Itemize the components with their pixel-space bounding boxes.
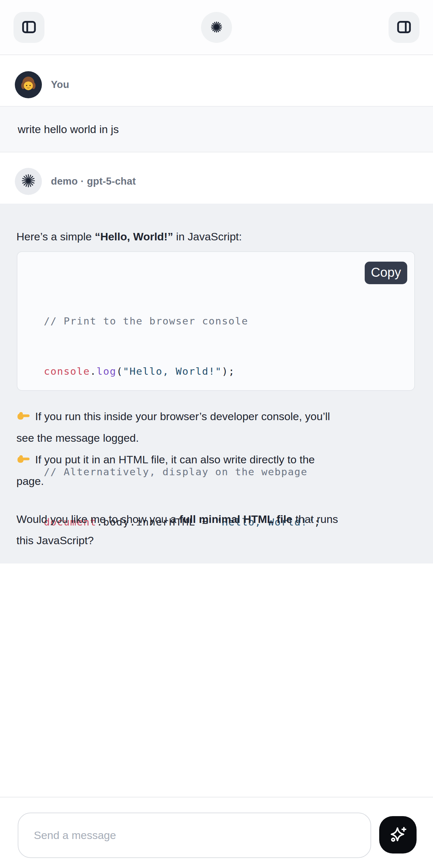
question-line: this JavaScript?: [17, 530, 338, 551]
toggle-sidebar-button[interactable]: [13, 12, 44, 43]
code-token: (: [116, 365, 123, 377]
user-message-row: write hello world in js: [0, 106, 433, 152]
intro-post: in JavaScript:: [173, 230, 242, 243]
intro-pre: Here’s a simple: [17, 230, 95, 243]
user-turn-header: You: [15, 71, 69, 98]
panel-right-icon: [396, 19, 412, 36]
starburst-icon: [21, 173, 36, 189]
user-message-text: write hello world in js: [18, 123, 119, 136]
code-token: console: [44, 365, 90, 377]
person-emoji: [18, 74, 38, 95]
assistant-tips: If you run this inside your browser’s de…: [17, 406, 330, 492]
tip-line: see the message logged.: [17, 427, 330, 449]
question-text: this JavaScript?: [17, 534, 94, 547]
code-line: // Print to the browser console: [44, 313, 405, 329]
question-post: that runs: [292, 513, 338, 525]
tip-text: page.: [17, 475, 44, 488]
pointing-right-emoji: [17, 452, 31, 468]
code-line: console.log("Hello, World!");: [44, 363, 405, 379]
code-token: "Hello, World!": [123, 365, 222, 377]
question-line: Would you like me to show you a full min…: [17, 508, 338, 530]
code-token: );: [222, 365, 235, 377]
chat-app: You write hello world in js: [0, 0, 433, 868]
intro-bold: “Hello, World!”: [95, 230, 173, 243]
top-bar: [0, 0, 433, 55]
assistant-question: Would you like me to show you a full min…: [17, 508, 338, 551]
assistant-turn-header: demo · gpt-5-chat: [15, 168, 136, 195]
sparkle-icon: [388, 824, 408, 846]
tip-text: If you run this inside your browser’s de…: [35, 410, 330, 423]
code-token: log: [97, 365, 116, 377]
composer-bar: [0, 797, 433, 868]
starburst-icon: [210, 21, 223, 34]
code-token: .: [90, 365, 96, 377]
tip-text: If you put it in an HTML file, it can al…: [35, 453, 315, 466]
pointing-right-emoji: [17, 408, 31, 425]
panel-left-icon: [21, 19, 37, 36]
sparkle-send-button[interactable]: [379, 816, 416, 854]
tip-line: If you run this inside your browser’s de…: [17, 406, 330, 427]
tip-line: page.: [17, 470, 330, 492]
tip-line: If you put it in an HTML file, it can al…: [17, 449, 330, 470]
tip-text: see the message logged.: [17, 432, 139, 444]
code-token: // Print to the browser console: [44, 315, 248, 327]
message-input[interactable]: [18, 813, 371, 858]
app-logo-button[interactable]: [201, 12, 232, 43]
assistant-avatar: [15, 168, 42, 195]
user-avatar: [15, 71, 42, 98]
toggle-right-panel-button[interactable]: [389, 12, 420, 43]
question-bold: full minimal HTML file: [180, 513, 292, 525]
assistant-name: demo · gpt-5-chat: [51, 176, 136, 187]
question-pre: Would you like me to show you a: [17, 513, 180, 525]
assistant-intro-paragraph: Here’s a simple “Hello, World!” in JavaS…: [17, 229, 242, 244]
user-name: You: [51, 79, 69, 91]
code-block: Copy // Print to the browser console con…: [17, 251, 415, 391]
